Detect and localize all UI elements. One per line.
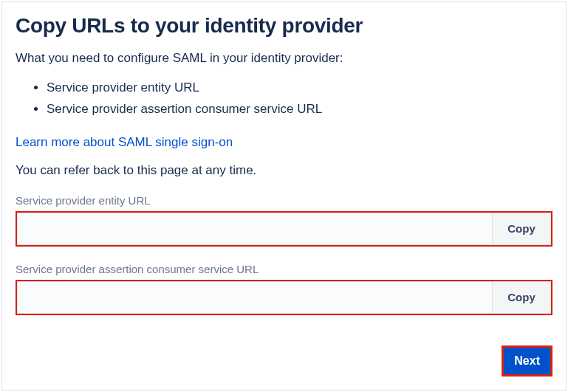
entity-url-row: Copy xyxy=(16,211,552,247)
saml-config-panel: Copy URLs to your identity provider What… xyxy=(1,1,567,391)
entity-url-input[interactable] xyxy=(17,213,492,245)
acs-url-label: Service provider assertion consumer serv… xyxy=(16,263,552,275)
intro-text: What you need to configure SAML in your … xyxy=(16,51,552,66)
entity-url-label: Service provider entity URL xyxy=(16,194,552,207)
learn-more-link[interactable]: Learn more about SAML single sign-on xyxy=(16,135,233,150)
copy-acs-url-button[interactable]: Copy xyxy=(492,281,551,314)
acs-url-row: Copy xyxy=(16,280,552,315)
refer-text: You can refer back to this page at any t… xyxy=(16,163,552,178)
requirements-list: Service provider entity URL Service prov… xyxy=(47,78,552,120)
page-heading: Copy URLs to your identity provider xyxy=(16,14,552,38)
list-item: Service provider assertion consumer serv… xyxy=(47,99,552,120)
next-button[interactable]: Next xyxy=(504,348,550,374)
copy-entity-url-button[interactable]: Copy xyxy=(492,213,551,245)
list-item: Service provider entity URL xyxy=(47,78,552,99)
acs-url-input[interactable] xyxy=(17,281,492,314)
next-button-highlight: Next xyxy=(502,345,552,376)
